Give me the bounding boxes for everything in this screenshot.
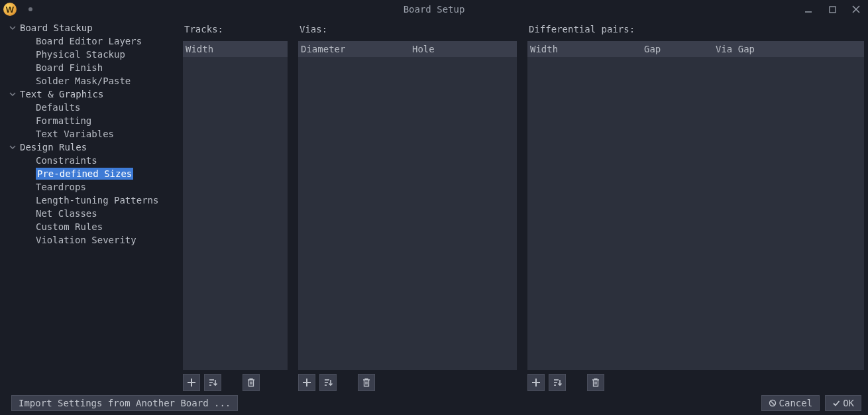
plus-icon [531, 377, 541, 388]
sidebar-item-defaults[interactable]: Defaults [0, 101, 179, 114]
vias-actions [298, 370, 517, 391]
chevron-down-icon [9, 25, 16, 31]
chevron-down-icon [9, 144, 16, 150]
diff-delete-button[interactable] [587, 374, 604, 391]
sidebar-item-custom-rules[interactable]: Custom Rules [0, 220, 179, 233]
tracks-column: Tracks: Width [183, 21, 288, 391]
tracks-grid-body[interactable] [183, 57, 288, 370]
diff-pairs-actions [527, 370, 864, 391]
tracks-header-width: Width [183, 44, 288, 54]
tree-group-label: Board Stackup [20, 23, 93, 33]
titlebar: W Board Setup [0, 0, 868, 19]
ok-button[interactable]: OK [825, 395, 861, 411]
modified-indicator [28, 7, 32, 11]
tracks-sort-button[interactable] [204, 374, 221, 391]
vias-grid-header: Diameter Hole [298, 41, 517, 57]
diff-sort-button[interactable] [549, 374, 566, 391]
minimize-button[interactable] [796, 0, 820, 19]
vias-sort-button[interactable] [319, 374, 337, 391]
tree-group-text-graphics[interactable]: Text & Graphics [0, 88, 179, 101]
maximize-button[interactable] [820, 0, 844, 19]
vias-grid-body[interactable] [298, 57, 517, 370]
check-icon [832, 399, 840, 407]
tree-group-label: Text & Graphics [20, 89, 103, 99]
vias-header-diameter: Diameter [298, 44, 409, 54]
tracks-grid-header: Width [183, 41, 288, 57]
vias-header-hole: Hole [409, 44, 517, 54]
sidebar-item-violation-severity[interactable]: Violation Severity [0, 233, 179, 247]
svg-line-20 [770, 401, 774, 405]
content-area: Tracks: Width Vias: [179, 19, 868, 391]
plus-icon [301, 377, 312, 388]
sidebar-item-constraints[interactable]: Constraints [0, 154, 179, 167]
plus-icon [186, 377, 197, 388]
vias-delete-button[interactable] [358, 374, 375, 391]
footer: Import Settings from Another Board ... C… [0, 391, 868, 415]
sidebar-item-text-variables[interactable]: Text Variables [0, 127, 179, 141]
svg-rect-1 [830, 7, 836, 13]
trash-icon [246, 378, 256, 387]
sort-icon [552, 377, 563, 388]
sort-icon [323, 377, 333, 388]
sidebar-item-teardrops[interactable]: Teardrops [0, 180, 179, 194]
vias-column: Vias: Diameter Hole [298, 21, 517, 391]
close-button[interactable] [844, 0, 868, 19]
window-controls [796, 0, 868, 19]
diff-add-button[interactable] [527, 374, 545, 391]
trash-icon [362, 378, 371, 387]
main-area: Board Stackup Board Editor Layers Physic… [0, 19, 868, 391]
diff-header-gap: Gap [641, 44, 713, 54]
vias-grid[interactable]: Diameter Hole [298, 41, 517, 370]
diff-pairs-grid-header: Width Gap Via Gap [527, 41, 864, 57]
sidebar-item-formatting[interactable]: Formatting [0, 114, 179, 127]
tracks-grid[interactable]: Width [183, 41, 288, 370]
sidebar-item-solder-mask-paste[interactable]: Solder Mask/Paste [0, 74, 179, 88]
diff-header-width: Width [527, 44, 641, 54]
tree-group-design-rules[interactable]: Design Rules [0, 141, 179, 154]
maximize-icon [829, 6, 836, 13]
sidebar-item-physical-stackup[interactable]: Physical Stackup [0, 48, 179, 61]
cancel-icon [769, 399, 777, 407]
vias-add-button[interactable] [298, 374, 315, 391]
cancel-button[interactable]: Cancel [761, 395, 820, 411]
minimize-icon [804, 5, 812, 13]
sidebar-item-board-editor-layers[interactable]: Board Editor Layers [0, 34, 179, 48]
tree-group-label: Design Rules [20, 142, 87, 152]
window-title: Board Setup [404, 4, 465, 15]
sort-icon [207, 377, 218, 388]
diff-pairs-grid[interactable]: Width Gap Via Gap [527, 41, 864, 370]
diff-pairs-title: Differential pairs: [527, 21, 864, 41]
app-icon: W [3, 3, 17, 16]
sidebar-item-board-finish[interactable]: Board Finish [0, 61, 179, 74]
sidebar-item-net-classes[interactable]: Net Classes [0, 207, 179, 220]
trash-icon [591, 378, 600, 387]
sidebar-item-length-tuning-patterns[interactable]: Length-tuning Patterns [0, 194, 179, 207]
vias-title: Vias: [298, 21, 517, 41]
tracks-delete-button[interactable] [243, 374, 260, 391]
close-icon [852, 5, 860, 13]
chevron-down-icon [9, 91, 16, 97]
sidebar-item-pre-defined-sizes[interactable]: Pre-defined Sizes [0, 167, 179, 180]
tracks-title: Tracks: [183, 21, 288, 41]
diff-pairs-grid-body[interactable] [527, 57, 864, 370]
sidebar: Board Stackup Board Editor Layers Physic… [0, 19, 179, 391]
diff-header-via-gap: Via Gap [713, 44, 864, 54]
tracks-add-button[interactable] [183, 374, 200, 391]
tracks-actions [183, 370, 288, 391]
diff-pairs-column: Differential pairs: Width Gap Via Gap [527, 21, 864, 391]
tree-group-board-stackup[interactable]: Board Stackup [0, 21, 179, 34]
import-settings-button[interactable]: Import Settings from Another Board ... [11, 395, 238, 411]
